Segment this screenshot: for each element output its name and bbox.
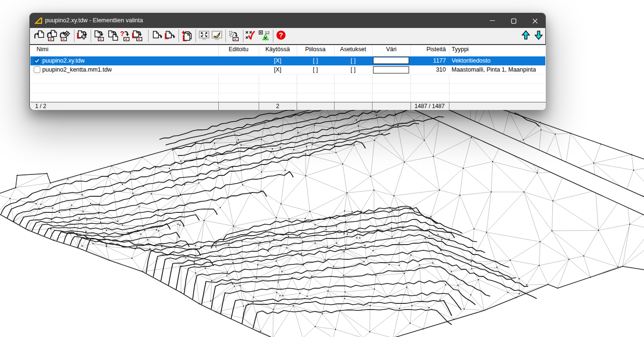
svg-text:12: 12	[265, 30, 270, 35]
svg-text:?: ?	[279, 31, 283, 39]
svg-text:?: ?	[120, 30, 124, 37]
